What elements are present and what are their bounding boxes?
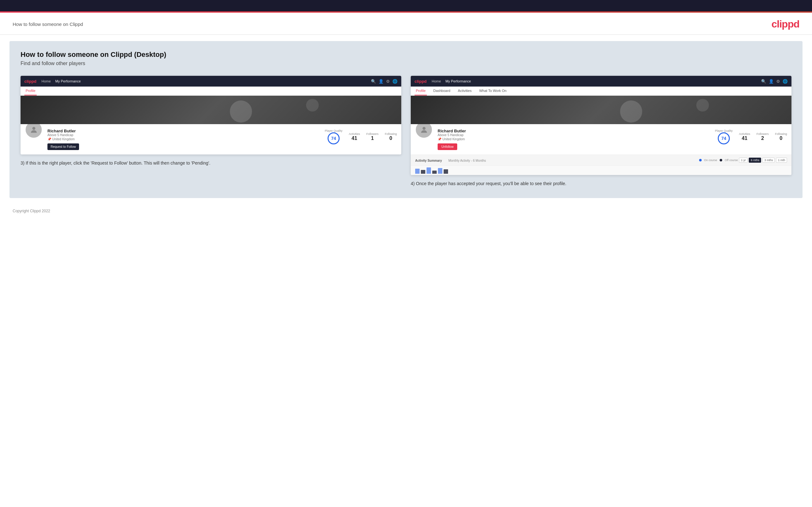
on-course-label: On course bbox=[704, 159, 717, 162]
right-mock-browser: clippd Home My Performance 🔍 👤 ⚙ 🌐 Profi… bbox=[411, 76, 792, 175]
location-pin-icon: 📌 bbox=[47, 137, 51, 141]
left-mock-browser: clippd Home My Performance 🔍 👤 ⚙ 🌐 Profi… bbox=[20, 76, 401, 155]
off-course-dot bbox=[720, 159, 722, 161]
user-icon[interactable]: 👤 bbox=[378, 79, 384, 84]
left-nav: clippd Home My Performance 🔍 👤 ⚙ 🌐 bbox=[20, 76, 401, 87]
right-following-value: 0 bbox=[775, 135, 787, 141]
globe-icon[interactable]: 🌐 bbox=[392, 79, 398, 84]
right-screenshot-col: clippd Home My Performance 🔍 👤 ⚙ 🌐 Profi… bbox=[411, 76, 792, 187]
left-profile-area: Richard Butler Above 5 Handicap 📌 United… bbox=[20, 124, 401, 155]
left-followers-value: 1 bbox=[366, 135, 378, 141]
right-player-location: 📌 United Kingdom bbox=[438, 137, 710, 141]
activity-labels: Activity Summary Monthly Activity - 6 Mo… bbox=[415, 157, 486, 163]
activity-summary-label: Activity Summary bbox=[415, 159, 442, 162]
left-quality-label: Player Quality bbox=[325, 129, 343, 132]
left-hero-image bbox=[20, 96, 401, 124]
right-stat-activities: Activities 41 bbox=[739, 132, 750, 141]
right-player-name: Richard Butler bbox=[438, 128, 710, 133]
right-tab-what-to-work-on[interactable]: What To Work On bbox=[478, 87, 507, 96]
left-nav-performance[interactable]: My Performance bbox=[55, 79, 81, 83]
clippd-logo: clippd bbox=[771, 18, 799, 30]
right-search-icon[interactable]: 🔍 bbox=[761, 79, 766, 84]
left-description: 3) If this is the right player, click th… bbox=[20, 160, 401, 166]
right-nav-logo: clippd bbox=[414, 79, 426, 84]
time-btn-1mth[interactable]: 1 mth bbox=[776, 158, 787, 163]
left-following-value: 0 bbox=[385, 135, 397, 141]
left-followers-label: Followers bbox=[366, 132, 378, 135]
left-player-name: Richard Butler bbox=[47, 128, 320, 133]
svg-point-1 bbox=[422, 127, 425, 129]
request-to-follow-button[interactable]: Request to Follow bbox=[47, 144, 79, 150]
right-quality-circle: 74 bbox=[718, 132, 730, 145]
right-nav-home[interactable]: Home bbox=[432, 79, 441, 83]
left-tab-bar: Profile bbox=[20, 87, 401, 96]
main-title: How to follow someone on Clippd (Desktop… bbox=[20, 51, 792, 59]
right-profile-info: Richard Butler Above 5 Handicap 📌 United… bbox=[438, 127, 710, 150]
left-stats: Player Quality 74 Activities 41 Follower… bbox=[325, 129, 397, 145]
chart-bar-2 bbox=[421, 170, 425, 174]
left-stat-quality: Player Quality 74 bbox=[325, 129, 343, 145]
chart-bar-5 bbox=[438, 168, 442, 174]
left-stat-following: Following 0 bbox=[385, 132, 397, 141]
right-tab-bar: Profile Dashboard Activities What To Wor… bbox=[411, 87, 792, 96]
right-nav-icons: 🔍 👤 ⚙ 🌐 bbox=[761, 79, 788, 84]
search-icon[interactable]: 🔍 bbox=[371, 79, 376, 84]
right-stats: Player Quality 74 Activities 41 Follower… bbox=[715, 129, 787, 145]
right-nav-performance[interactable]: My Performance bbox=[446, 79, 471, 83]
activity-summary-bar: Activity Summary Monthly Activity - 6 Mo… bbox=[411, 155, 792, 166]
activity-controls: On course Off course 1 yr 6 mths 3 mths … bbox=[699, 158, 787, 163]
copyright-text: Copyright Clippd 2022 bbox=[13, 209, 50, 213]
left-stat-followers: Followers 1 bbox=[366, 132, 378, 141]
legend: On course Off course bbox=[699, 159, 738, 162]
right-stat-quality: Player Quality 74 bbox=[715, 129, 732, 145]
footer: Copyright Clippd 2022 bbox=[0, 205, 812, 218]
right-following-label: Following bbox=[775, 132, 787, 135]
right-user-icon[interactable]: 👤 bbox=[769, 79, 774, 84]
top-bar bbox=[0, 0, 812, 11]
right-nav-links: Home My Performance bbox=[432, 79, 471, 83]
right-followers-label: Followers bbox=[756, 132, 769, 135]
right-tab-profile[interactable]: Profile bbox=[414, 87, 427, 96]
svg-point-0 bbox=[32, 127, 35, 129]
settings-icon[interactable]: ⚙ bbox=[386, 79, 390, 84]
right-globe-icon[interactable]: 🌐 bbox=[782, 79, 788, 84]
left-nav-icons: 🔍 👤 ⚙ 🌐 bbox=[371, 79, 398, 84]
right-location-pin-icon: 📌 bbox=[438, 137, 442, 141]
right-description: 4) Once the player has accepted your req… bbox=[411, 180, 792, 187]
right-settings-icon[interactable]: ⚙ bbox=[776, 79, 780, 84]
left-activities-value: 41 bbox=[349, 135, 360, 141]
right-tab-dashboard[interactable]: Dashboard bbox=[432, 87, 452, 96]
header: How to follow someone on Clippd clippd bbox=[0, 13, 812, 35]
left-nav-home[interactable]: Home bbox=[41, 79, 51, 83]
left-tab-profile[interactable]: Profile bbox=[24, 87, 37, 96]
right-nav: clippd Home My Performance 🔍 👤 ⚙ 🌐 bbox=[411, 76, 792, 87]
activity-sub-label: Monthly Activity - 6 Months bbox=[448, 159, 486, 162]
left-stat-activities: Activities 41 bbox=[349, 132, 360, 141]
chart-bar-6 bbox=[444, 169, 448, 174]
right-stat-following: Following 0 bbox=[775, 132, 787, 141]
right-stat-followers: Followers 2 bbox=[756, 132, 769, 141]
main-subtitle: Find and follow other players bbox=[20, 61, 792, 66]
left-nav-logo: clippd bbox=[24, 79, 36, 84]
right-quality-label: Player Quality bbox=[715, 129, 732, 132]
unfollow-button[interactable]: Unfollow bbox=[438, 144, 457, 150]
time-btn-6mths[interactable]: 6 mths bbox=[749, 158, 761, 163]
screenshots-row: clippd Home My Performance 🔍 👤 ⚙ 🌐 Profi… bbox=[20, 76, 792, 187]
time-btn-1yr[interactable]: 1 yr bbox=[739, 158, 748, 163]
right-followers-value: 2 bbox=[756, 135, 769, 141]
left-player-location: 📌 United Kingdom bbox=[47, 137, 320, 141]
left-profile-info: Richard Butler Above 5 Handicap 📌 United… bbox=[47, 127, 320, 150]
left-activities-label: Activities bbox=[349, 132, 360, 135]
left-player-handicap: Above 5 Handicap bbox=[47, 133, 320, 137]
right-hero-image bbox=[411, 96, 792, 124]
left-nav-links: Home My Performance bbox=[41, 79, 81, 83]
right-tab-activities[interactable]: Activities bbox=[457, 87, 473, 96]
chart-bar-1 bbox=[415, 169, 420, 174]
time-btn-3mths[interactable]: 3 mths bbox=[762, 158, 775, 163]
right-player-handicap: Above 5 Handicap bbox=[438, 133, 710, 137]
left-screenshot-col: clippd Home My Performance 🔍 👤 ⚙ 🌐 Profi… bbox=[20, 76, 401, 166]
right-activities-value: 41 bbox=[739, 135, 750, 141]
off-course-label: Off course bbox=[725, 159, 738, 162]
left-quality-circle: 74 bbox=[327, 132, 340, 145]
on-course-dot bbox=[699, 159, 702, 161]
